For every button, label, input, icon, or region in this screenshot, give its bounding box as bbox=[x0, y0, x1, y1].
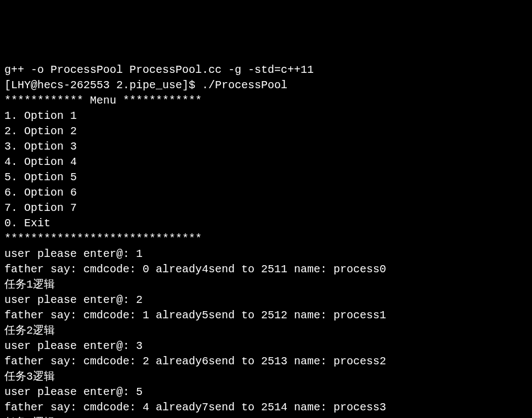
menu-item: 4. Option 4 bbox=[4, 154, 528, 170]
father-say-line: father say: cmdcode: 0 already4send to 2… bbox=[4, 262, 528, 277]
menu-item: 2. Option 2 bbox=[4, 124, 528, 139]
father-say-line: father say: cmdcode: 2 already6send to 2… bbox=[4, 354, 528, 369]
shell-prompt: [LHY@hecs-262553 2.pipe_use]$ bbox=[4, 79, 202, 91]
user-enter-line: user please enter@: 3 bbox=[4, 339, 528, 354]
menu-footer: ****************************** bbox=[4, 231, 528, 247]
run-command: ./ProcessPool bbox=[202, 79, 287, 91]
father-say-line: father say: cmdcode: 1 already5send to 2… bbox=[4, 308, 528, 323]
father-say-line: father say: cmdcode: 4 already7send to 2… bbox=[4, 400, 528, 415]
menu-item: 1. Option 1 bbox=[4, 108, 528, 124]
menu-item: 6. Option 6 bbox=[4, 185, 528, 201]
menu-item: 5. Option 5 bbox=[4, 170, 528, 185]
task-line: 任务5逻辑 bbox=[4, 415, 528, 418]
menu-item: 0. Exit bbox=[4, 216, 528, 231]
compile-line: g++ -o ProcessPool ProcessPool.cc -g -st… bbox=[4, 62, 528, 78]
menu-item: 3. Option 3 bbox=[4, 139, 528, 154]
user-enter-line: user please enter@: 5 bbox=[4, 385, 528, 400]
task-line: 任务1逻辑 bbox=[4, 277, 528, 293]
task-line: 任务3逻辑 bbox=[4, 369, 528, 385]
menu-header: ************ Menu ************ bbox=[4, 93, 528, 108]
user-enter-line: user please enter@: 1 bbox=[4, 247, 528, 262]
run-line: [LHY@hecs-262553 2.pipe_use]$ ./ProcessP… bbox=[4, 78, 528, 93]
user-enter-line: user please enter@: 2 bbox=[4, 293, 528, 308]
task-line: 任务2逻辑 bbox=[4, 323, 528, 339]
menu-item: 7. Option 7 bbox=[4, 201, 528, 216]
